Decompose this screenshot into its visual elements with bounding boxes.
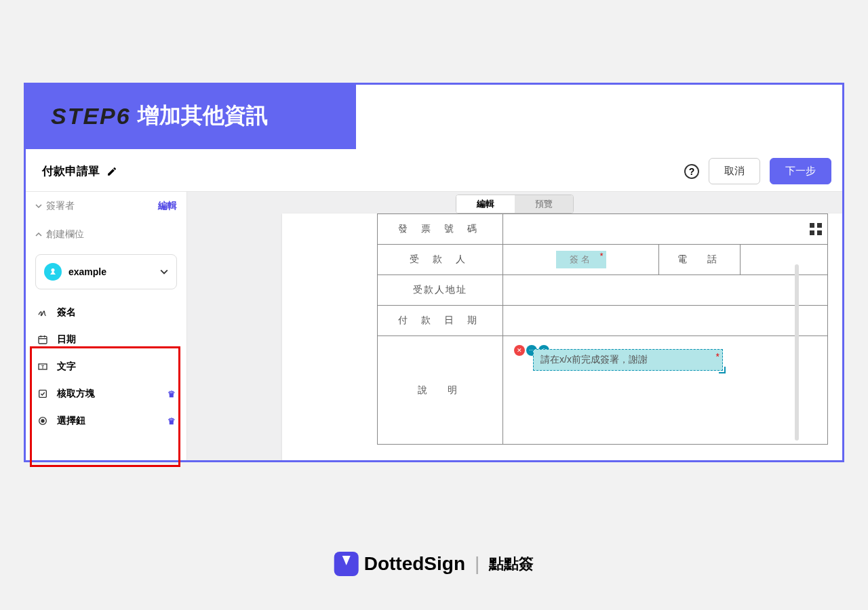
field-signature-label: 簽名 — [57, 306, 76, 319]
signer-selector[interactable]: example — [35, 254, 177, 289]
signers-label: 簽署者 — [46, 200, 75, 212]
text-field-instance[interactable]: 請在x/x前完成簽署，謝謝 * — [533, 349, 723, 371]
field-palette: 簽名 日期 T 文字 核取方塊 ♛ 選擇鈕 ♛ — [26, 299, 186, 434]
document-title-text: 付款申請單 — [42, 163, 100, 179]
chevron-down-icon — [160, 268, 168, 276]
next-button[interactable]: 下一步 — [770, 158, 831, 184]
sidebar: 簽署者 編輯 創建欄位 example 簽名 — [26, 192, 187, 460]
signer-name: example — [68, 266, 106, 277]
topbar: 付款申請單 ? 取消 下一步 — [26, 151, 842, 192]
chevron-down-icon — [35, 203, 42, 209]
edit-icon[interactable] — [106, 166, 117, 177]
step-number: STEP6 — [51, 103, 131, 129]
crown-icon: ♛ — [167, 389, 176, 399]
required-mark: * — [716, 351, 719, 362]
brand-logo-icon — [334, 552, 359, 576]
checkbox-icon — [37, 388, 49, 400]
signature-icon — [37, 306, 49, 319]
svg-rect-6 — [39, 390, 47, 398]
resize-handle[interactable] — [719, 367, 726, 373]
field-date[interactable]: 日期 — [26, 326, 186, 353]
field-radio[interactable]: 選擇鈕 ♛ — [26, 407, 186, 434]
svg-text:T: T — [41, 365, 44, 369]
cancel-button[interactable]: 取消 — [709, 158, 760, 184]
brand-name-cn: 點點簽 — [489, 554, 534, 574]
field-text-label: 文字 — [57, 361, 76, 373]
brand-name: DottedSign — [364, 553, 465, 575]
svg-rect-0 — [39, 336, 47, 344]
signer-avatar — [44, 263, 62, 281]
row-paydate-label: 付 款 日 期 — [378, 306, 503, 336]
editor-canvas[interactable]: 編輯 預覽 發 票 號 碼 受 款 人 簽名 * 電 話 — [187, 192, 842, 460]
row-invoice-label: 發 票 號 碼 — [378, 214, 503, 245]
row-desc-label: 說 明 — [378, 336, 503, 445]
tab-edit[interactable]: 編輯 — [456, 195, 515, 213]
brand-footer: DottedSign | 點點簽 — [334, 552, 534, 576]
field-text[interactable]: T 文字 — [26, 353, 186, 380]
signers-section-header[interactable]: 簽署者 編輯 — [26, 192, 186, 220]
delete-field-icon[interactable]: ✕ — [514, 345, 525, 356]
field-date-label: 日期 — [57, 333, 76, 346]
view-tabs: 編輯 預覽 — [456, 195, 574, 214]
document-page[interactable]: 發 票 號 碼 受 款 人 簽名 * 電 話 受款人地址 付 款 — [282, 214, 842, 460]
field-radio-label: 選擇鈕 — [57, 415, 85, 427]
row-payee-label: 受 款 人 — [378, 245, 503, 275]
step-title: 增加其他資訊 — [138, 101, 268, 131]
tab-preview[interactable]: 預覽 — [515, 195, 573, 213]
form-table: 發 票 號 碼 受 款 人 簽名 * 電 話 受款人地址 付 款 — [377, 214, 828, 445]
create-fields-label: 創建欄位 — [46, 228, 84, 241]
chevron-up-icon — [35, 231, 42, 238]
signature-field-placeholder[interactable]: 簽名 * — [556, 251, 606, 268]
grid-view-icon[interactable] — [810, 223, 822, 235]
calendar-icon — [37, 333, 49, 346]
field-checkbox[interactable]: 核取方塊 ♛ — [26, 380, 186, 407]
row-address-label: 受款人地址 — [378, 275, 503, 306]
step-banner: STEP6 增加其他資訊 — [24, 83, 356, 149]
text-icon: T — [37, 361, 49, 373]
edit-signers-link[interactable]: 編輯 — [158, 200, 177, 212]
field-signature[interactable]: 簽名 — [26, 299, 186, 326]
required-mark: * — [599, 251, 603, 261]
row-phone-label: 電 話 — [659, 245, 741, 275]
help-icon[interactable]: ? — [684, 164, 699, 179]
scrollbar[interactable] — [795, 264, 799, 441]
crown-icon: ♛ — [167, 416, 176, 426]
svg-point-8 — [41, 419, 44, 422]
document-title: 付款申請單 — [42, 163, 117, 179]
field-checkbox-label: 核取方塊 — [57, 388, 95, 400]
create-fields-section-header[interactable]: 創建欄位 — [26, 220, 186, 249]
radio-icon — [37, 415, 49, 427]
